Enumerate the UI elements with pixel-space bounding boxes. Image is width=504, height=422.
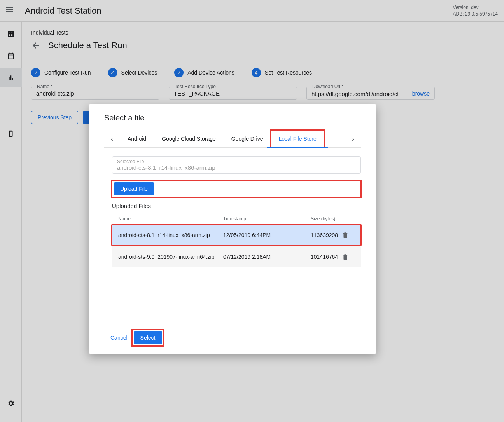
tab-android[interactable]: Android xyxy=(120,130,154,147)
dialog-title: Select a file xyxy=(104,113,361,122)
col-timestamp: Timestamp xyxy=(223,216,311,221)
delete-icon[interactable] xyxy=(342,232,354,239)
tab-row: ‹ Android Google Cloud Storage Google Dr… xyxy=(104,130,361,148)
files-table: Name Timestamp Size (bytes) android-cts-… xyxy=(112,213,361,268)
upload-file-button[interactable]: Upload File xyxy=(114,182,154,195)
col-name: Name xyxy=(118,216,223,221)
tab-drive[interactable]: Google Drive xyxy=(224,130,271,147)
tab-prev-icon[interactable]: ‹ xyxy=(104,135,120,143)
cancel-button[interactable]: Cancel xyxy=(110,335,128,341)
col-size: Size (bytes) xyxy=(311,216,342,221)
select-file-dialog: Select a file ‹ Android Google Cloud Sto… xyxy=(89,104,376,354)
delete-icon[interactable] xyxy=(342,253,354,260)
tab-gcs[interactable]: Google Cloud Storage xyxy=(154,130,224,147)
selected-file-field[interactable]: Selected File android-cts-8.1_r14-linux_… xyxy=(112,156,361,174)
uploaded-files-heading: Uploaded Files xyxy=(112,202,361,209)
select-button[interactable]: Select xyxy=(134,331,162,344)
table-row[interactable]: android-cts-8.1_r14-linux_x86-arm.zip 12… xyxy=(112,225,361,246)
tab-next-icon[interactable]: › xyxy=(345,135,361,143)
tab-local-file-store[interactable]: Local File Store xyxy=(271,130,324,147)
table-row[interactable]: android-sts-9.0_201907-linux-arm64.zip 0… xyxy=(112,246,361,267)
